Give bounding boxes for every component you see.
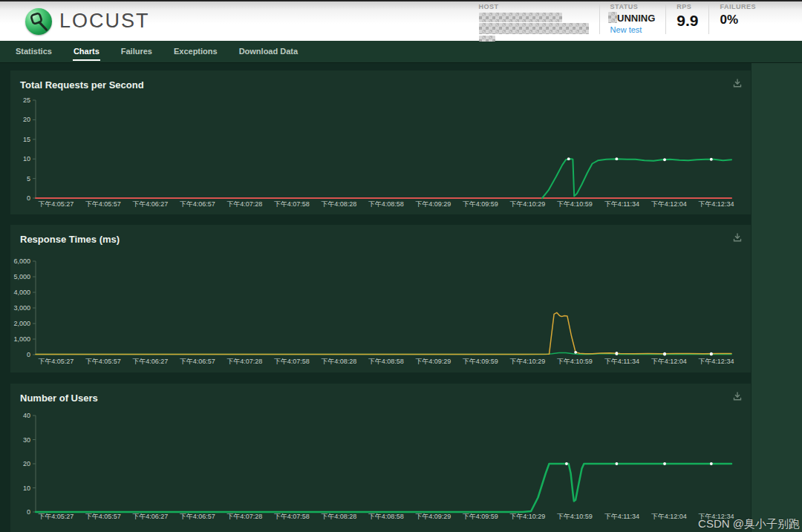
svg-text:下午4:12:34: 下午4:12:34 [698, 358, 734, 365]
svg-text:下午4:05:27: 下午4:05:27 [38, 358, 74, 365]
svg-text:下午4:05:27: 下午4:05:27 [38, 200, 74, 208]
app-header: LOCUST HOST STATUS RUNNING New test RPS … [0, 0, 802, 41]
tab-charts[interactable]: Charts [73, 42, 100, 61]
svg-text:下午4:08:58: 下午4:08:58 [368, 200, 404, 208]
chart-title-response-times: Response Times (ms) [10, 225, 751, 245]
failures-column: FAILURES 0% [708, 3, 766, 34]
rps-value: 9.9 [677, 13, 698, 29]
chart-canvas-users: 010203040下午4:05:27下午4:05:57下午4:06:27下午4:… [10, 404, 751, 532]
status-blur-patch [608, 12, 617, 23]
svg-text:下午4:05:57: 下午4:05:57 [85, 358, 121, 365]
tab-failures[interactable]: Failures [120, 42, 153, 61]
svg-text:下午4:07:28: 下午4:07:28 [226, 358, 262, 365]
rps-column: RPS 9.9 [665, 3, 708, 34]
svg-text:6,000: 6,000 [13, 257, 30, 265]
panel-response-times: Response Times (ms) 01,0002,0003,0004,00… [10, 225, 751, 372]
svg-text:下午4:11:34: 下午4:11:34 [604, 358, 639, 365]
status-column: STATUS RUNNING New test [599, 3, 666, 34]
svg-text:下午4:06:27: 下午4:06:27 [132, 358, 168, 365]
logo-wordmark: LOCUST [59, 10, 150, 33]
download-icon[interactable] [731, 231, 744, 244]
host-value-redacted-3 [479, 36, 495, 42]
svg-text:0: 0 [27, 351, 30, 358]
svg-text:下午4:08:58: 下午4:08:58 [368, 358, 404, 365]
svg-text:下午4:06:27: 下午4:06:27 [132, 200, 168, 208]
chart-title-users: Number of Users [10, 384, 751, 404]
status-label: STATUS [610, 3, 656, 10]
svg-text:下午4:10:59: 下午4:10:59 [557, 358, 593, 365]
svg-text:下午4:09:59: 下午4:09:59 [463, 358, 498, 365]
rps-label: RPS [677, 3, 698, 10]
svg-text:下午4:09:29: 下午4:09:29 [415, 200, 451, 208]
host-value-redacted [479, 13, 562, 22]
svg-text:下午4:10:29: 下午4:10:29 [509, 200, 545, 208]
svg-text:下午4:07:58: 下午4:07:58 [274, 513, 310, 520]
svg-text:下午4:10:29: 下午4:10:29 [509, 358, 545, 365]
chart-title-rps: Total Requests per Second [10, 70, 751, 91]
svg-text:下午4:07:28: 下午4:07:28 [226, 513, 262, 520]
download-icon[interactable] [731, 390, 744, 403]
download-icon[interactable] [731, 76, 744, 90]
svg-text:4,000: 4,000 [13, 289, 30, 296]
svg-text:下午4:05:57: 下午4:05:57 [85, 513, 121, 520]
svg-text:2,000: 2,000 [13, 320, 30, 327]
tab-exceptions[interactable]: Exceptions [173, 42, 218, 61]
host-label: HOST [479, 3, 589, 10]
svg-text:下午4:12:04: 下午4:12:04 [651, 200, 687, 208]
svg-text:15: 15 [23, 136, 30, 143]
host-value-redacted-2 [479, 23, 589, 34]
svg-text:下午4:12:04: 下午4:12:04 [651, 358, 687, 365]
panel-total-rps: Total Requests per Second 0510152025下午4:… [10, 70, 751, 214]
svg-text:0: 0 [27, 508, 30, 516]
svg-text:30: 30 [23, 436, 30, 444]
chart-canvas-rps: 0510152025下午4:05:27下午4:05:57下午4:06:27下午4… [10, 93, 751, 214]
svg-text:下午4:06:27: 下午4:06:27 [132, 513, 168, 520]
tab-statistics[interactable]: Statistics [15, 42, 53, 61]
failures-value: 0% [720, 13, 756, 27]
svg-text:下午4:09:29: 下午4:09:29 [415, 358, 451, 365]
status-value: RUNNING [610, 13, 656, 24]
svg-text:下午4:06:57: 下午4:06:57 [180, 513, 215, 520]
svg-text:下午4:08:28: 下午4:08:28 [321, 513, 356, 520]
svg-text:下午4:09:59: 下午4:09:59 [463, 200, 498, 208]
svg-text:下午4:06:57: 下午4:06:57 [180, 358, 215, 365]
svg-text:1,000: 1,000 [13, 335, 30, 343]
svg-text:下午4:07:28: 下午4:07:28 [226, 200, 262, 208]
svg-text:40: 40 [23, 412, 30, 419]
svg-text:3,000: 3,000 [13, 304, 30, 312]
svg-text:下午4:08:28: 下午4:08:28 [321, 200, 356, 208]
svg-text:下午4:10:29: 下午4:10:29 [509, 513, 545, 520]
svg-text:20: 20 [23, 460, 30, 467]
svg-text:下午4:09:59: 下午4:09:59 [463, 513, 498, 520]
svg-text:0: 0 [27, 194, 30, 202]
svg-text:下午4:08:58: 下午4:08:58 [368, 513, 404, 520]
tab-download-data[interactable]: Download Data [238, 42, 299, 61]
svg-text:下午4:07:58: 下午4:07:58 [274, 200, 310, 208]
header-stats: HOST STATUS RUNNING New test RPS 9.9 FAI… [469, 3, 802, 42]
svg-text:10: 10 [23, 155, 30, 162]
svg-text:下午4:12:34: 下午4:12:34 [698, 200, 734, 208]
new-test-link[interactable]: New test [610, 25, 656, 34]
svg-text:下午4:06:57: 下午4:06:57 [180, 200, 215, 208]
svg-text:25: 25 [23, 96, 30, 104]
chart-canvas-response-times: 01,0002,0003,0004,0005,0006,000下午4:05:27… [10, 245, 751, 372]
svg-text:下午4:10:59: 下午4:10:59 [557, 200, 593, 208]
locust-logo-icon [25, 8, 52, 35]
charts-container: Total Requests per Second 0510152025下午4:… [0, 63, 752, 532]
svg-text:下午4:07:58: 下午4:07:58 [274, 358, 310, 365]
failures-label: FAILURES [720, 3, 756, 10]
panel-number-of-users: Number of Users 010203040下午4:05:27下午4:05… [10, 384, 751, 532]
svg-text:下午4:05:57: 下午4:05:57 [85, 200, 121, 208]
nav-bar: Statistics Charts Failures Exceptions Do… [0, 41, 802, 63]
svg-text:20: 20 [23, 116, 30, 123]
csdn-watermark: CSDN @臭小子别跑 [698, 517, 800, 531]
svg-text:下午4:11:34: 下午4:11:34 [604, 200, 639, 208]
host-column: HOST [469, 3, 599, 42]
svg-text:5,000: 5,000 [13, 273, 30, 280]
svg-text:下午4:05:27: 下午4:05:27 [38, 513, 74, 520]
locust-logo: LOCUST [25, 8, 150, 35]
svg-text:下午4:09:29: 下午4:09:29 [415, 513, 451, 520]
svg-text:下午4:08:28: 下午4:08:28 [321, 358, 356, 365]
svg-text:下午4:12:04: 下午4:12:04 [651, 513, 687, 520]
svg-text:5: 5 [27, 175, 30, 183]
